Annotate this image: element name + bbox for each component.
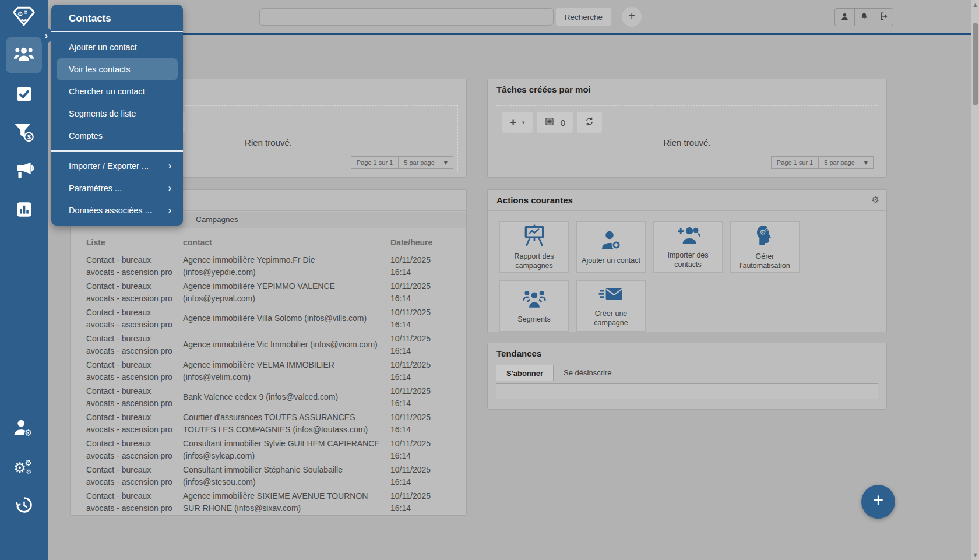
cell-datetime: 10/11/202516:14 bbox=[390, 410, 459, 436]
chevron-down-icon: ▾ bbox=[522, 119, 525, 125]
submenu-chevron-icon: › bbox=[168, 184, 171, 193]
sidebar-item-reports[interactable] bbox=[6, 193, 42, 227]
cell-liste: Contact - bureaux avocats - ascension pr… bbox=[86, 489, 183, 515]
sidebar-bottom-nav: ⚙⚙⚙⚙ bbox=[0, 419, 48, 516]
action-card[interactable]: Ajouter un contact bbox=[576, 221, 646, 273]
table-header-row: Liste contact Date/heure bbox=[86, 235, 459, 253]
search-button[interactable]: Recherche bbox=[556, 8, 611, 26]
menu-item-submenu[interactable]: Paramètres ...› bbox=[51, 177, 183, 199]
cell-datetime: 10/11/202516:14 bbox=[390, 253, 459, 279]
table-row: Contact - bureaux avocats - ascension pr… bbox=[86, 436, 459, 463]
cell-liste: Contact - bureaux avocats - ascension pr… bbox=[86, 384, 183, 410]
menu-item[interactable]: Segments de liste bbox=[51, 103, 183, 125]
user-button[interactable] bbox=[835, 9, 854, 26]
logout-button[interactable] bbox=[874, 9, 893, 26]
user-icon bbox=[840, 12, 849, 23]
sidebar-item-tasks[interactable] bbox=[6, 78, 42, 112]
email-send-icon bbox=[598, 284, 624, 307]
reports-icon bbox=[15, 200, 33, 221]
action-card[interactable]: Créer une campagne bbox=[576, 280, 646, 332]
gear-icon[interactable]: ⚙ bbox=[872, 190, 879, 210]
tasks-icon bbox=[15, 85, 33, 105]
submenu-chevron-icon: › bbox=[168, 161, 171, 171]
sidebar-item-campaigns[interactable] bbox=[6, 155, 42, 189]
cell-datetime: 10/11/202516:14 bbox=[390, 332, 459, 358]
settings-icon: ⚙⚙⚙ bbox=[13, 457, 34, 478]
funnel-icon: $ bbox=[13, 122, 34, 145]
sidebar-collapse-chevron-icon[interactable]: › bbox=[41, 28, 51, 43]
menu-item[interactable]: Comptes bbox=[51, 125, 183, 147]
floating-add-button[interactable]: + bbox=[861, 485, 895, 519]
sidebar-item-user-settings[interactable]: ⚙ bbox=[6, 419, 42, 439]
menu-more-items: Importer / Exporter ...›Paramètres ...›D… bbox=[51, 155, 183, 221]
svg-text:⚙: ⚙ bbox=[26, 468, 31, 475]
action-card[interactable]: Importer des contacts bbox=[653, 221, 723, 273]
menu-item[interactable]: Voir les contacts bbox=[57, 58, 178, 80]
tasks-panel-title: Tâches créées par moi bbox=[488, 79, 886, 100]
search-input[interactable] bbox=[259, 8, 554, 26]
notifications-button[interactable] bbox=[854, 9, 874, 26]
task-list-button[interactable]: 0 bbox=[537, 112, 573, 133]
cell-contact: Agence immobilière Yepimmo.Fr Die (infos… bbox=[183, 253, 390, 279]
users-import-icon bbox=[676, 225, 700, 248]
topbar-divider bbox=[48, 33, 971, 35]
cell-liste: Contact - bureaux avocats - ascension pr… bbox=[86, 279, 183, 305]
tab-unsubscribe[interactable]: Se désinscrire bbox=[554, 365, 621, 381]
svg-text:⚙: ⚙ bbox=[765, 227, 769, 232]
sidebar-item-funnel[interactable]: $ bbox=[6, 117, 42, 150]
cell-liste: Contact - bureaux avocats - ascension pr… bbox=[86, 358, 183, 384]
action-card[interactable]: Rapport des campagnes bbox=[499, 221, 569, 273]
action-card[interactable]: Segments bbox=[499, 280, 569, 332]
table-row: Contact - bureaux avocats - ascension pr… bbox=[86, 332, 459, 358]
logout-icon bbox=[879, 12, 889, 23]
campaigns-icon bbox=[13, 161, 34, 182]
menu-separator bbox=[51, 150, 183, 152]
menu-item-submenu[interactable]: Données associées ...› bbox=[51, 199, 183, 221]
scroll-down-arrow-icon[interactable]: ▼ bbox=[971, 552, 979, 558]
refresh-button[interactable] bbox=[577, 112, 602, 133]
per-page-select[interactable]: 5 par page ▼ bbox=[398, 157, 453, 168]
tab-subscribe[interactable]: S'abonner bbox=[496, 365, 554, 381]
cell-contact: Courtier d'assurances TOUTES ASSURANCES … bbox=[183, 410, 390, 436]
cell-contact: Agence immobilière Vic Immobilier (infos… bbox=[183, 337, 390, 351]
page-indicator: Page 1 sur 1 bbox=[772, 157, 818, 168]
trends-chart-placeholder bbox=[496, 383, 878, 399]
trends-panel-title: Tendances bbox=[488, 343, 886, 364]
action-card-label: Ajouter un contact bbox=[580, 256, 642, 265]
notifications-icon bbox=[860, 12, 868, 23]
actions-panel-title: Actions courantes bbox=[496, 195, 573, 205]
cell-liste: Contact - bureaux avocats - ascension pr… bbox=[86, 410, 183, 436]
action-card-label: Créer une campagne bbox=[577, 309, 645, 328]
table-row: Contact - bureaux avocats - ascension pr… bbox=[86, 253, 459, 279]
menu-items: Ajouter un contactVoir les contactsCherc… bbox=[51, 32, 183, 147]
user-settings-icon: ⚙ bbox=[13, 418, 34, 439]
sidebar-item-settings[interactable]: ⚙⚙⚙ bbox=[6, 457, 42, 477]
cell-liste: Contact - bureaux avocats - ascension pr… bbox=[86, 253, 183, 279]
app-logo-icon[interactable]: ⚙⚙ bbox=[0, 0, 48, 27]
scrollbar-thumb[interactable] bbox=[973, 23, 978, 105]
per-page-select[interactable]: 5 par page ▼ bbox=[818, 157, 873, 168]
scroll-up-arrow-icon[interactable]: ▲ bbox=[971, 2, 979, 8]
quick-add-button[interactable]: + bbox=[622, 7, 642, 27]
cell-datetime: 10/11/202516:14 bbox=[390, 358, 459, 384]
contacts-flyout-menu: Contacts Ajouter un contactVoir les cont… bbox=[51, 5, 183, 226]
action-card[interactable]: ⚙⚙Gérer l'automatisation bbox=[730, 221, 800, 273]
cell-contact: Agence immobilière VELMA IMMOBILIER (inf… bbox=[183, 358, 390, 384]
tab-campagnes[interactable]: Campagnes bbox=[187, 212, 247, 228]
action-card-label: Importer des contacts bbox=[654, 251, 722, 270]
sidebar-item-history[interactable] bbox=[6, 496, 42, 516]
tasks-drop-area: + ▾ 0 Rien trouvé. Page 1 sur 1 5 par pa… bbox=[496, 105, 878, 172]
campaigns-table: Liste contact Date/heure Contact - burea… bbox=[71, 228, 466, 515]
table-row: Contact - bureaux avocats - ascension pr… bbox=[86, 463, 459, 489]
menu-item[interactable]: Chercher un contact bbox=[51, 80, 183, 103]
page-indicator: Page 1 sur 1 bbox=[351, 157, 398, 168]
actions-panel: Actions courantes ⚙ Rapport des campagne… bbox=[487, 189, 887, 332]
menu-item-submenu[interactable]: Importer / Exporter ...› bbox=[51, 155, 183, 177]
add-task-button[interactable]: + ▾ bbox=[502, 112, 533, 133]
menu-item[interactable]: Ajouter un contact bbox=[51, 36, 183, 58]
user-plus-icon bbox=[600, 229, 622, 253]
sidebar-item-contacts[interactable] bbox=[6, 37, 42, 73]
cell-datetime: 10/11/202516:14 bbox=[390, 279, 459, 305]
topbar-icon-group bbox=[834, 8, 893, 26]
campaigns-table-body: Contact - bureaux avocats - ascension pr… bbox=[86, 253, 459, 515]
